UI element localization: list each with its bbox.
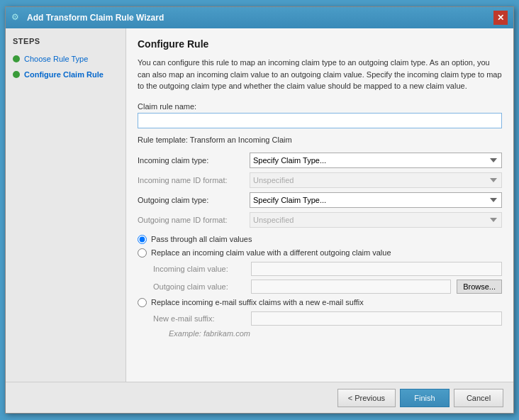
outgoing-name-id-format-row: Outgoing name ID format: Unspecified [138, 212, 502, 228]
outgoing-claim-type-row: Outgoing claim type: Specify Claim Type.… [138, 192, 502, 208]
incoming-name-id-format-label: Incoming name ID format: [138, 176, 244, 184]
sidebar-dot-configure-claim-rule [13, 71, 20, 78]
incoming-claim-value-label: Incoming claim value: [153, 265, 245, 273]
outgoing-claim-type-label: Outgoing claim type: [138, 196, 244, 204]
outgoing-claim-value-label: Outgoing claim value: [153, 282, 245, 291]
window-icon: ⚙ [11, 12, 23, 23]
sub-form-replace-suffix: New e-mail suffix: Example: fabrikam.com [153, 311, 502, 338]
claim-rule-name-input[interactable] [138, 113, 502, 128]
radio-replace-value-label[interactable]: Replace an incoming claim value with a d… [151, 248, 391, 257]
radio-replace-suffix[interactable] [138, 298, 147, 307]
example-text: Example: fabrikam.com [169, 329, 502, 338]
sidebar-title: Steps [13, 37, 118, 45]
close-button[interactable]: ✕ [493, 11, 508, 25]
claim-rule-name-group: Claim rule name: [138, 102, 502, 128]
footer: < Previous Finish Cancel [6, 382, 513, 413]
new-email-suffix-label: New e-mail suffix: [153, 314, 245, 323]
cancel-button[interactable]: Cancel [454, 389, 503, 407]
incoming-claim-value-row: Incoming claim value: [153, 262, 502, 276]
radio-group: Pass through all claim values Replace an… [138, 235, 502, 338]
new-email-suffix-row: New e-mail suffix: [153, 311, 502, 326]
browse-button[interactable]: Browse... [457, 280, 502, 294]
outgoing-name-id-format-label: Outgoing name ID format: [138, 216, 244, 224]
sidebar-item-label-choose-rule-type: Choose Rule Type [24, 55, 88, 63]
incoming-claim-type-label: Incoming claim type: [138, 156, 244, 165]
radio-item-replace-suffix: Replace incoming e-mail suffix claims wi… [138, 298, 502, 307]
outgoing-claim-value-row: Outgoing claim value: Browse... [153, 280, 502, 294]
sidebar-item-choose-rule-type[interactable]: Choose Rule Type [13, 52, 118, 65]
content-area: Steps Choose Rule Type Configure Claim R… [6, 28, 513, 382]
title-bar: ⚙ Add Transform Claim Rule Wizard ✕ [6, 7, 513, 28]
claim-rule-name-label: Claim rule name: [138, 102, 502, 111]
description: You can configure this rule to map an in… [138, 57, 502, 92]
finish-button[interactable]: Finish [400, 389, 450, 407]
radio-item-pass-through: Pass through all claim values [138, 235, 502, 244]
outgoing-claim-value-input[interactable] [251, 280, 451, 294]
radio-item-replace-value: Replace an incoming claim value with a d… [138, 248, 502, 258]
window-title: Add Transform Claim Rule Wizard [27, 13, 164, 23]
page-title: Configure Rule [138, 38, 502, 50]
outgoing-name-id-format-select[interactable]: Unspecified [250, 212, 502, 228]
incoming-claim-type-select[interactable]: Specify Claim Type... [250, 153, 502, 168]
sidebar-item-configure-claim-rule[interactable]: Configure Claim Rule [13, 68, 118, 81]
main-panel: Configure Rule You can configure this ru… [126, 28, 513, 382]
radio-replace-suffix-label[interactable]: Replace incoming e-mail suffix claims wi… [151, 298, 364, 306]
radio-pass-through-label[interactable]: Pass through all claim values [151, 235, 252, 243]
window: ⚙ Add Transform Claim Rule Wizard ✕ Step… [5, 6, 514, 414]
incoming-name-id-format-select[interactable]: Unspecified [250, 172, 502, 188]
previous-button[interactable]: < Previous [337, 389, 396, 407]
incoming-name-id-format-row: Incoming name ID format: Unspecified [138, 172, 502, 188]
outgoing-claim-type-select[interactable]: Specify Claim Type... [250, 192, 502, 208]
sub-form-replace-value: Incoming claim value: Outgoing claim val… [153, 262, 502, 294]
incoming-claim-type-row: Incoming claim type: Specify Claim Type.… [138, 153, 502, 168]
sidebar-dot-choose-rule-type [13, 55, 20, 62]
sidebar: Steps Choose Rule Type Configure Claim R… [6, 28, 126, 382]
rule-template-label: Rule template: Transform an Incoming Cla… [138, 136, 502, 144]
incoming-claim-value-input[interactable] [251, 262, 502, 276]
radio-replace-value[interactable] [138, 248, 147, 258]
sidebar-item-label-configure-claim-rule: Configure Claim Rule [24, 70, 104, 79]
radio-pass-through[interactable] [138, 235, 147, 244]
new-email-suffix-input[interactable] [251, 311, 502, 326]
